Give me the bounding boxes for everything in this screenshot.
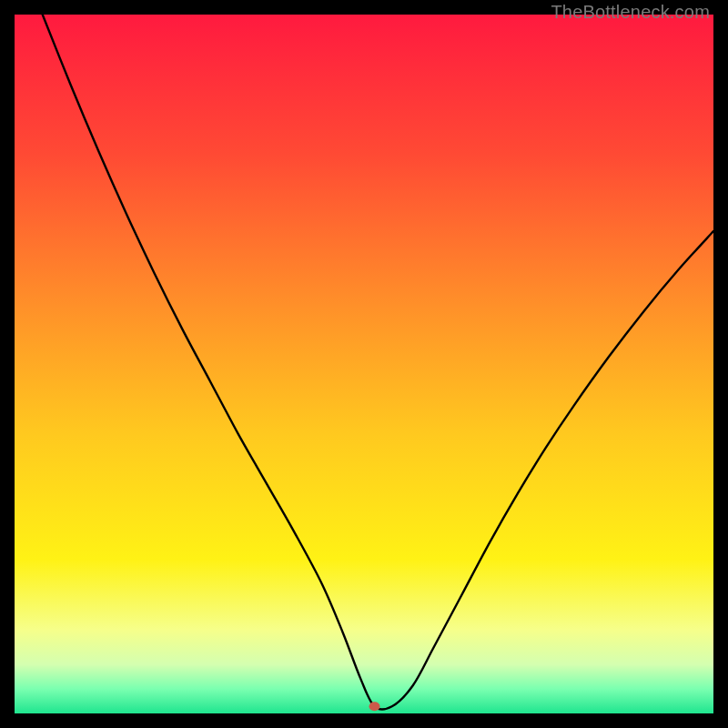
optimal-point-marker [369,702,380,711]
chart-frame [15,15,713,713]
chart-background [15,15,713,713]
bottleneck-chart [15,15,713,713]
